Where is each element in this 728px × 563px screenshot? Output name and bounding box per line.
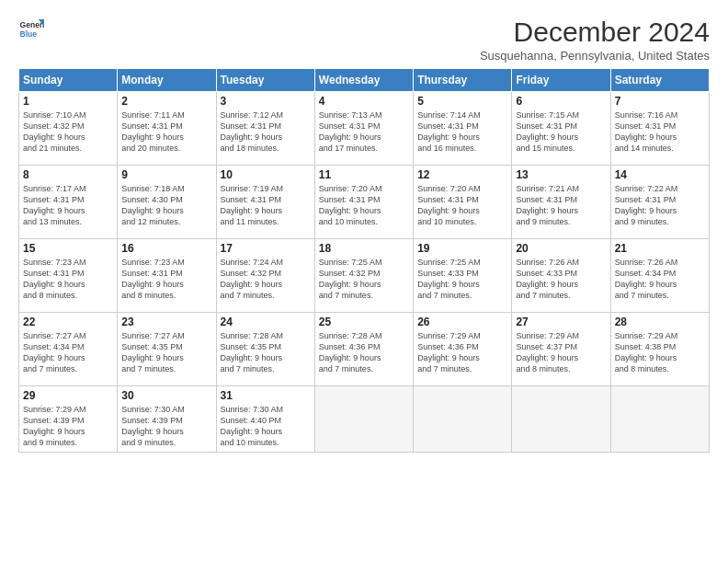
calendar-day-cell: 24Sunrise: 7:28 AM Sunset: 4:35 PM Dayli… [216, 313, 314, 386]
day-number: 10 [221, 168, 311, 181]
day-info: Sunrise: 7:18 AM Sunset: 4:30 PM Dayligh… [121, 183, 211, 228]
day-info: Sunrise: 7:26 AM Sunset: 4:34 PM Dayligh… [615, 257, 705, 302]
calendar-day-cell: 31Sunrise: 7:30 AM Sunset: 4:40 PM Dayli… [216, 386, 314, 453]
calendar-day-cell: 2Sunrise: 7:11 AM Sunset: 4:31 PM Daylig… [118, 92, 216, 166]
calendar-body: 1Sunrise: 7:10 AM Sunset: 4:32 PM Daylig… [19, 92, 710, 453]
day-info: Sunrise: 7:30 AM Sunset: 4:40 PM Dayligh… [221, 404, 311, 449]
day-number: 30 [121, 389, 211, 402]
day-number: 6 [516, 95, 606, 108]
calendar-day-cell: 14Sunrise: 7:22 AM Sunset: 4:31 PM Dayli… [610, 166, 709, 239]
day-number: 3 [221, 95, 311, 108]
calendar-day-cell: 12Sunrise: 7:20 AM Sunset: 4:31 PM Dayli… [414, 166, 512, 239]
day-number: 19 [417, 242, 507, 255]
day-info: Sunrise: 7:28 AM Sunset: 4:35 PM Dayligh… [221, 330, 311, 375]
calendar-day-cell: 28Sunrise: 7:29 AM Sunset: 4:38 PM Dayli… [610, 313, 709, 386]
svg-text:Blue: Blue [20, 29, 38, 39]
day-of-week-header: Thursday [414, 69, 512, 92]
month-title: December 2024 [480, 17, 710, 47]
calendar-day-cell: 19Sunrise: 7:25 AM Sunset: 4:33 PM Dayli… [414, 239, 512, 313]
day-of-week-header: Tuesday [216, 69, 314, 92]
day-of-week-header: Monday [118, 69, 216, 92]
day-info: Sunrise: 7:29 AM Sunset: 4:39 PM Dayligh… [23, 404, 113, 449]
calendar-week-row: 29Sunrise: 7:29 AM Sunset: 4:39 PM Dayli… [19, 386, 710, 453]
calendar-day-cell: 9Sunrise: 7:18 AM Sunset: 4:30 PM Daylig… [118, 166, 216, 239]
day-of-week-header: Sunday [19, 69, 118, 92]
location-subtitle: Susquehanna, Pennsylvania, United States [480, 49, 710, 63]
calendar-day-cell: 27Sunrise: 7:29 AM Sunset: 4:37 PM Dayli… [512, 313, 610, 386]
day-number: 1 [23, 95, 113, 108]
calendar-table: SundayMondayTuesdayWednesdayThursdayFrid… [18, 68, 710, 453]
day-info: Sunrise: 7:29 AM Sunset: 4:37 PM Dayligh… [516, 330, 606, 375]
day-number: 14 [615, 168, 705, 181]
day-number: 7 [615, 95, 705, 108]
calendar-day-cell [314, 386, 413, 453]
calendar-day-cell [414, 386, 512, 453]
day-number: 13 [516, 168, 606, 181]
calendar-header-row: SundayMondayTuesdayWednesdayThursdayFrid… [19, 69, 710, 92]
day-number: 16 [121, 242, 211, 255]
day-info: Sunrise: 7:27 AM Sunset: 4:34 PM Dayligh… [23, 330, 113, 375]
day-number: 18 [319, 242, 409, 255]
header: General Blue December 2024 Susquehanna, … [18, 17, 710, 63]
day-info: Sunrise: 7:29 AM Sunset: 4:36 PM Dayligh… [417, 330, 507, 375]
calendar-day-cell: 26Sunrise: 7:29 AM Sunset: 4:36 PM Dayli… [414, 313, 512, 386]
day-info: Sunrise: 7:21 AM Sunset: 4:31 PM Dayligh… [516, 183, 606, 228]
day-info: Sunrise: 7:12 AM Sunset: 4:31 PM Dayligh… [221, 109, 311, 155]
calendar-day-cell: 6Sunrise: 7:15 AM Sunset: 4:31 PM Daylig… [512, 92, 610, 166]
day-number: 31 [221, 389, 311, 402]
day-info: Sunrise: 7:28 AM Sunset: 4:36 PM Dayligh… [319, 330, 409, 375]
calendar-day-cell [610, 386, 709, 453]
calendar-day-cell [512, 386, 610, 453]
calendar-day-cell: 16Sunrise: 7:23 AM Sunset: 4:31 PM Dayli… [118, 239, 216, 313]
calendar-day-cell: 22Sunrise: 7:27 AM Sunset: 4:34 PM Dayli… [19, 313, 118, 386]
calendar-page: General Blue December 2024 Susquehanna, … [0, 0, 728, 563]
calendar-day-cell: 5Sunrise: 7:14 AM Sunset: 4:31 PM Daylig… [414, 92, 512, 166]
day-of-week-header: Saturday [610, 69, 709, 92]
day-info: Sunrise: 7:16 AM Sunset: 4:31 PM Dayligh… [615, 109, 705, 155]
day-info: Sunrise: 7:27 AM Sunset: 4:35 PM Dayligh… [121, 330, 211, 375]
calendar-day-cell: 29Sunrise: 7:29 AM Sunset: 4:39 PM Dayli… [19, 386, 118, 453]
day-info: Sunrise: 7:24 AM Sunset: 4:32 PM Dayligh… [221, 257, 311, 302]
calendar-day-cell: 15Sunrise: 7:23 AM Sunset: 4:31 PM Dayli… [19, 239, 118, 313]
logo: General Blue [18, 17, 44, 42]
calendar-day-cell: 13Sunrise: 7:21 AM Sunset: 4:31 PM Dayli… [512, 166, 610, 239]
day-info: Sunrise: 7:20 AM Sunset: 4:31 PM Dayligh… [319, 183, 409, 228]
day-number: 17 [221, 242, 311, 255]
day-number: 15 [23, 242, 113, 255]
day-number: 20 [516, 242, 606, 255]
day-number: 5 [417, 95, 507, 108]
day-info: Sunrise: 7:25 AM Sunset: 4:32 PM Dayligh… [319, 257, 409, 302]
day-number: 25 [319, 316, 409, 328]
day-number: 28 [615, 316, 705, 328]
day-info: Sunrise: 7:11 AM Sunset: 4:31 PM Dayligh… [121, 109, 211, 155]
day-number: 8 [23, 168, 113, 181]
day-number: 26 [417, 316, 507, 328]
day-info: Sunrise: 7:20 AM Sunset: 4:31 PM Dayligh… [417, 183, 507, 228]
day-info: Sunrise: 7:15 AM Sunset: 4:31 PM Dayligh… [516, 109, 606, 155]
calendar-day-cell: 20Sunrise: 7:26 AM Sunset: 4:33 PM Dayli… [512, 239, 610, 313]
calendar-day-cell: 23Sunrise: 7:27 AM Sunset: 4:35 PM Dayli… [118, 313, 216, 386]
day-info: Sunrise: 7:22 AM Sunset: 4:31 PM Dayligh… [615, 183, 705, 228]
day-info: Sunrise: 7:17 AM Sunset: 4:31 PM Dayligh… [23, 183, 113, 228]
day-number: 9 [121, 168, 211, 181]
day-number: 4 [319, 95, 409, 108]
calendar-day-cell: 21Sunrise: 7:26 AM Sunset: 4:34 PM Dayli… [610, 239, 709, 313]
day-number: 23 [121, 316, 211, 328]
calendar-day-cell: 30Sunrise: 7:30 AM Sunset: 4:39 PM Dayli… [118, 386, 216, 453]
day-number: 2 [121, 95, 211, 108]
day-info: Sunrise: 7:25 AM Sunset: 4:33 PM Dayligh… [417, 257, 507, 302]
day-number: 27 [516, 316, 606, 328]
day-number: 22 [23, 316, 113, 328]
day-info: Sunrise: 7:23 AM Sunset: 4:31 PM Dayligh… [23, 257, 113, 302]
calendar-week-row: 22Sunrise: 7:27 AM Sunset: 4:34 PM Dayli… [19, 313, 710, 386]
day-number: 24 [221, 316, 311, 328]
day-number: 21 [615, 242, 705, 255]
calendar-day-cell: 11Sunrise: 7:20 AM Sunset: 4:31 PM Dayli… [314, 166, 413, 239]
day-info: Sunrise: 7:23 AM Sunset: 4:31 PM Dayligh… [121, 257, 211, 302]
logo-icon: General Blue [18, 17, 44, 42]
day-info: Sunrise: 7:10 AM Sunset: 4:32 PM Dayligh… [23, 109, 113, 155]
calendar-day-cell: 3Sunrise: 7:12 AM Sunset: 4:31 PM Daylig… [216, 92, 314, 166]
calendar-day-cell: 18Sunrise: 7:25 AM Sunset: 4:32 PM Dayli… [314, 239, 413, 313]
calendar-day-cell: 7Sunrise: 7:16 AM Sunset: 4:31 PM Daylig… [610, 92, 709, 166]
calendar-day-cell: 8Sunrise: 7:17 AM Sunset: 4:31 PM Daylig… [19, 166, 118, 239]
